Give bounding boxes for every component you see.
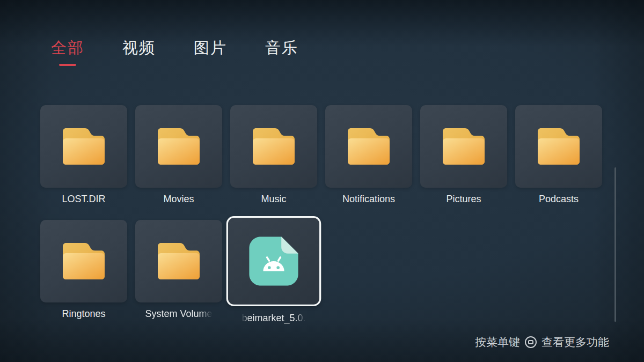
apk-file-tile[interactable] [226, 216, 321, 306]
tab-video[interactable]: 视频 [122, 38, 156, 66]
grid-item-music[interactable]: Music [230, 105, 317, 205]
hint-prefix: 按菜单键 [475, 335, 520, 350]
folder-tile[interactable] [40, 105, 127, 188]
item-label: Movies [163, 193, 194, 205]
item-label: beimarket_5.0. [241, 312, 305, 324]
folder-icon [253, 128, 295, 165]
grid-item-podcasts[interactable]: Podcasts [515, 105, 602, 205]
tab-bar: 全部视频图片音乐 [51, 38, 298, 66]
item-label: LOST.DIR [62, 193, 105, 205]
item-label: Podcasts [539, 193, 579, 205]
item-label: System Volume [145, 307, 212, 320]
folder-icon [348, 128, 390, 165]
folder-tile[interactable] [325, 105, 412, 188]
folder-icon [158, 128, 200, 165]
folder-tile[interactable] [135, 105, 222, 188]
folder-icon [63, 243, 105, 279]
folder-icon [443, 128, 485, 165]
grid-item-movies[interactable]: Movies [135, 105, 222, 205]
hint-suffix: 查看更多功能 [541, 335, 609, 350]
item-label: Music [261, 193, 286, 205]
grid-item-notifications[interactable]: Notifications [325, 105, 412, 205]
item-label: Notifications [342, 193, 395, 205]
grid-item-ringtones[interactable]: Ringtones [40, 220, 127, 324]
folder-tile[interactable] [420, 105, 507, 188]
menu-key-icon [525, 336, 537, 348]
folder-tile[interactable] [230, 105, 317, 188]
folder-icon [538, 128, 580, 165]
grid-item-system-volume[interactable]: System Volume [135, 220, 222, 324]
scrollbar-thumb[interactable] [614, 167, 616, 322]
folder-tile[interactable] [515, 105, 602, 188]
footer-hint: 按菜单键 查看更多功能 [475, 335, 609, 350]
tab-image[interactable]: 图片 [194, 38, 227, 66]
folder-tile[interactable] [40, 220, 127, 302]
tab-all[interactable]: 全部 [51, 38, 84, 66]
item-label: Pictures [446, 193, 481, 205]
folder-icon [63, 128, 105, 165]
tab-music[interactable]: 音乐 [265, 38, 298, 66]
grid-item-pictures[interactable]: Pictures [420, 105, 507, 205]
grid-item-lost-dir[interactable]: LOST.DIR [40, 105, 127, 205]
grid-item-beimarket-5-0[interactable]: beimarket_5.0. [230, 220, 317, 324]
item-label: Ringtones [62, 307, 105, 320]
android-apk-icon [249, 237, 298, 286]
file-grid: LOST.DIRMoviesMusicNotificationsPictures… [40, 105, 617, 324]
folder-icon [158, 243, 200, 279]
folder-tile[interactable] [135, 220, 222, 302]
